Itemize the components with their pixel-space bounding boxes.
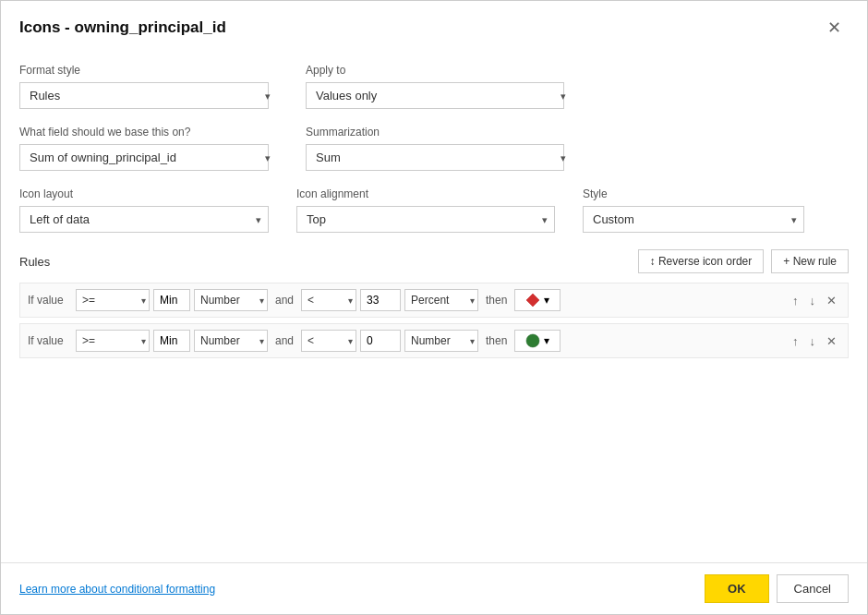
rule-2-icon-dropdown-chevron: ▾ (544, 334, 549, 347)
rules-actions: ↕ Reverse icon order + New rule (638, 249, 849, 273)
style-label: Style (583, 187, 804, 200)
new-rule-button[interactable]: + New rule (771, 249, 849, 273)
rule-1-actions: ↑ ↓ ✕ (789, 292, 840, 309)
rule-2-value1-input[interactable] (153, 330, 190, 352)
dialog-header: Icons - owning_principal_id ✕ (1, 1, 867, 49)
icon-alignment-label: Icon alignment (296, 187, 555, 200)
rule-1-diamond-icon (525, 293, 540, 308)
dialog-body: Format style Rules Gradient Field value … (1, 49, 867, 562)
icon-alignment-group: Icon alignment Top Middle Bottom ▾ (296, 187, 555, 233)
rule-2-operator2-select[interactable]: < <= > >= (301, 330, 356, 352)
rule-1-op2-wrapper: < <= > >= ▾ (301, 289, 356, 311)
learn-more-link[interactable]: Learn more about conditional formatting (19, 583, 215, 596)
rule-2-op1-wrapper: >= > <= < = ▾ (76, 330, 150, 352)
rule-1-type2-select[interactable]: Percent Number (404, 289, 478, 311)
rule-2-up-button[interactable]: ↑ (789, 332, 802, 350)
rule-2-icon-button[interactable]: ▾ (514, 330, 561, 352)
style-select[interactable]: Custom 3 Arrows (Colored) 3 Arrows (Gray… (583, 206, 804, 233)
svg-marker-0 (526, 294, 539, 307)
rule-1-op1-wrapper: >= > <= < = ▾ (76, 289, 150, 311)
format-style-label: Format style (19, 64, 278, 77)
base-field-group: What field should we base this on? Sum o… (19, 126, 278, 171)
ok-button[interactable]: OK (705, 574, 769, 603)
rule-row-2: If value >= > <= < = ▾ Number Percent ▾ (19, 323, 849, 358)
row-field-summarization: What field should we base this on? Sum o… (19, 126, 849, 171)
rule-1-operator1-select[interactable]: >= > <= < = (76, 289, 150, 311)
svg-point-1 (526, 334, 539, 347)
dialog-title: Icons - owning_principal_id (19, 18, 226, 37)
rule-1-value1-input[interactable] (153, 289, 190, 311)
rule-1-and-label: and (275, 294, 294, 307)
format-style-select[interactable]: Rules Gradient Field value (19, 82, 269, 109)
rule-2-type2-wrapper: Number Percent ▾ (404, 330, 478, 352)
apply-to-select-wrapper: Values only Values and totals Header and… (306, 82, 573, 109)
close-button[interactable]: ✕ (820, 16, 849, 40)
rules-label: Rules (19, 255, 50, 269)
rule-2-delete-button[interactable]: ✕ (823, 332, 840, 350)
summarization-label: Summarization (306, 126, 573, 139)
rule-1-up-button[interactable]: ↑ (789, 292, 802, 309)
rule-1-down-button[interactable]: ↓ (806, 292, 820, 309)
cancel-button[interactable]: Cancel (777, 574, 849, 603)
rule-1-icon-button[interactable]: ▾ (514, 289, 561, 311)
rule-2-operator1-select[interactable]: >= > <= < = (76, 330, 150, 352)
apply-to-group: Apply to Values only Values and totals H… (306, 64, 573, 109)
rule-row-1: If value >= > <= < = ▾ Number Percent ▾ (19, 283, 849, 318)
rule-1-operator2-select[interactable]: < <= > >= (301, 289, 356, 311)
rule-1-type1-wrapper: Number Percent ▾ (194, 289, 268, 311)
icon-layout-select[interactable]: Left of data Right of data Above data Be… (19, 206, 269, 233)
dialog: Icons - owning_principal_id ✕ Format sty… (0, 0, 868, 615)
base-field-select[interactable]: Sum of owning_principal_id (19, 144, 269, 171)
footer-buttons: OK Cancel (705, 574, 849, 603)
rule-2-op2-wrapper: < <= > >= ▾ (301, 330, 356, 352)
summarization-group: Summarization Sum Average Count ▾ (306, 126, 573, 171)
dialog-footer: Learn more about conditional formatting … (1, 562, 867, 614)
icon-layout-label: Icon layout (19, 187, 269, 200)
row-format-apply: Format style Rules Gradient Field value … (19, 64, 849, 109)
icon-layout-group: Icon layout Left of data Right of data A… (19, 187, 269, 233)
rules-header: Rules ↕ Reverse icon order + New rule (19, 249, 849, 273)
style-select-wrapper: Custom 3 Arrows (Colored) 3 Arrows (Gray… (583, 206, 804, 233)
format-style-group: Format style Rules Gradient Field value … (19, 64, 278, 109)
rule-1-value2-input[interactable] (360, 289, 401, 311)
base-field-select-wrapper: Sum of owning_principal_id ▾ (19, 144, 278, 171)
apply-to-select[interactable]: Values only Values and totals Header and… (306, 82, 564, 109)
rule-1-then-label: then (486, 294, 507, 307)
apply-to-label: Apply to (306, 64, 573, 77)
style-group: Style Custom 3 Arrows (Colored) 3 Arrows… (583, 187, 804, 233)
icon-alignment-select[interactable]: Top Middle Bottom (296, 206, 555, 233)
rule-1-delete-button[interactable]: ✕ (823, 292, 840, 309)
reverse-icon-order-button[interactable]: ↕ Reverse icon order (638, 249, 765, 273)
rule-2-value2-input[interactable] (360, 330, 401, 352)
icon-layout-select-wrapper: Left of data Right of data Above data Be… (19, 206, 269, 233)
row-layout-alignment-style: Icon layout Left of data Right of data A… (19, 187, 849, 233)
rule-2-if-value-label: If value (28, 334, 72, 347)
base-field-label: What field should we base this on? (19, 126, 278, 139)
rule-2-then-label: then (486, 334, 507, 347)
rule-2-type2-select[interactable]: Number Percent (404, 330, 478, 352)
summarization-select[interactable]: Sum Average Count (306, 144, 564, 171)
rule-2-and-label: and (275, 334, 294, 347)
rule-2-down-button[interactable]: ↓ (806, 332, 820, 350)
rule-1-icon-dropdown-chevron: ▾ (544, 294, 549, 307)
rule-1-if-value-label: If value (28, 294, 72, 307)
icon-alignment-select-wrapper: Top Middle Bottom ▾ (296, 206, 555, 233)
rule-2-actions: ↑ ↓ ✕ (789, 332, 840, 350)
rule-2-circle-icon (525, 333, 540, 348)
rule-2-type1-select[interactable]: Number Percent (194, 330, 268, 352)
rule-1-type2-wrapper: Percent Number ▾ (404, 289, 478, 311)
format-style-select-wrapper: Rules Gradient Field value ▾ (19, 82, 278, 109)
summarization-select-wrapper: Sum Average Count ▾ (306, 144, 573, 171)
rule-2-type1-wrapper: Number Percent ▾ (194, 330, 268, 352)
rule-1-type1-select[interactable]: Number Percent (194, 289, 268, 311)
